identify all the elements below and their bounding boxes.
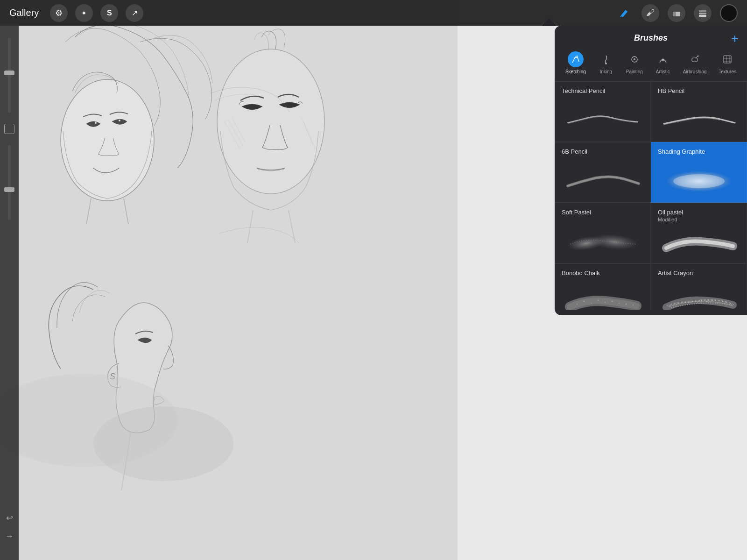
opacity-slider[interactable] [8,145,11,220]
redo-button[interactable]: → [5,532,14,541]
undo-button[interactable]: ↩ [5,513,14,523]
textures-tab-icon [719,51,735,67]
brushes-panel: Brushes + Sketching Inking [555,26,747,315]
brush-name-soft-pastel: Soft Pastel [562,209,644,216]
brush-sub-oil-pastel: Modified [658,217,740,222]
tab-artistic[interactable]: Artistic [651,50,675,76]
artistic-tab-icon [655,51,671,67]
svg-point-2 [95,122,97,124]
brush-name-hb-pencil: HB Pencil [658,87,740,94]
brush-tool-icon[interactable]: 🖌 [641,4,659,22]
brushes-header: Brushes + [555,26,747,48]
brush-name-bonobo-chalk: Bonobo Chalk [562,269,644,276]
gallery-button[interactable]: Gallery [9,7,39,18]
svg-rect-14 [673,12,676,16]
opacity-thumb[interactable] [4,187,14,192]
panel-pointer [543,18,556,26]
left-sidebar: ↩ → [0,26,19,560]
svg-point-21 [634,58,635,60]
eraser-tool-icon[interactable] [668,4,685,22]
pencil-tool-icon[interactable] [615,4,633,22]
svg-rect-16 [699,13,706,14]
add-brush-button[interactable]: + [731,31,739,46]
svg-point-25 [698,56,699,57]
brush-cell-technical-pencil[interactable]: Technical Pencil [555,81,651,142]
svg-point-1 [61,79,154,201]
transform-icon[interactable]: ↗ [126,4,143,22]
svg-point-43 [633,305,634,305]
brush-stroke-bonobo-chalk [562,281,644,310]
textures-tab-label: Textures [719,69,736,74]
airbrushing-tab-icon [687,51,703,67]
svg-rect-23 [692,58,698,62]
brush-grid: Technical Pencil HB Pencil 6B Pencil [555,81,747,310]
artistic-tab-label: Artistic [656,69,670,74]
color-swatch-box[interactable] [4,124,14,134]
svg-point-42 [626,303,627,305]
svg-point-38 [598,299,599,301]
svg-point-12 [93,406,233,481]
brush-name-technical-pencil: Technical Pencil [562,87,644,94]
sketch-illustration: S [0,0,458,560]
brush-cell-oil-pastel[interactable]: Oil pastel Modified [651,203,747,263]
svg-point-3 [119,120,120,121]
svg-point-32 [673,174,725,188]
category-tabs: Sketching Inking Painting [555,48,747,81]
svg-point-37 [591,303,592,304]
tab-inking[interactable]: Inking [594,50,618,76]
svg-rect-15 [699,10,706,12]
brush-name-shading-graphite: Shading Graphite [658,148,740,155]
brushes-panel-title: Brushes [634,33,668,43]
svg-point-19 [605,63,607,64]
svg-rect-26 [724,56,731,63]
sketching-tab-label: Sketching [565,69,586,74]
brush-name-6b-pencil: 6B Pencil [562,148,644,155]
adjust-icon[interactable]: ✦ [75,4,93,22]
svg-point-40 [612,300,613,302]
toolbar-right: 🖌 [615,4,738,22]
layers-icon[interactable] [694,4,712,22]
svg-point-36 [584,300,585,302]
brush-stroke-artist-crayon [658,281,740,310]
inking-tab-icon [598,51,614,67]
brush-stroke-shading-graphite [658,160,740,198]
svg-point-39 [605,302,606,303]
color-picker[interactable] [720,4,738,22]
brush-cell-6b-pencil[interactable]: 6B Pencil [555,142,651,203]
airbrushing-tab-label: Airbrushing [683,69,707,74]
brush-stroke-oil-pastel [658,226,740,258]
brush-stroke-soft-pastel [562,220,644,258]
brush-stroke-6b-pencil [562,160,644,198]
brush-name-oil-pastel: Oil pastel [658,209,740,216]
brush-cell-hb-pencil[interactable]: HB Pencil [651,81,747,142]
selection-icon[interactable]: S [100,4,118,22]
brush-name-artist-crayon: Artist Crayon [658,269,740,276]
sketching-tab-icon [568,51,584,67]
svg-point-18 [575,58,577,60]
toolbar-left: Gallery ⚙ ✦ S ↗ [9,4,143,22]
tab-textures[interactable]: Textures [715,50,740,76]
top-toolbar: Gallery ⚙ ✦ S ↗ 🖌 [0,0,747,26]
svg-point-4 [217,49,324,194]
svg-rect-17 [699,15,706,17]
brush-size-thumb[interactable] [4,71,14,75]
svg-point-41 [619,303,620,304]
tab-sketching[interactable]: Sketching [562,50,590,76]
inking-tab-label: Inking [599,69,612,74]
painting-tab-label: Painting [626,69,643,74]
brush-stroke-technical-pencil [562,99,644,137]
brush-stroke-hb-pencil [658,99,740,137]
wrench-icon[interactable]: ⚙ [50,4,68,22]
brush-cell-artist-crayon[interactable]: Artist Crayon [651,263,747,310]
svg-point-22 [662,59,664,61]
brush-cell-soft-pastel[interactable]: Soft Pastel [555,203,651,263]
painting-tab-icon [627,51,642,67]
svg-point-35 [577,304,578,305]
brush-size-slider[interactable] [8,38,11,113]
tab-painting[interactable]: Painting [622,50,647,76]
brush-cell-bonobo-chalk[interactable]: Bonobo Chalk [555,263,651,310]
tab-airbrushing[interactable]: Airbrushing [679,50,711,76]
brush-cell-shading-graphite[interactable]: Shading Graphite [651,142,747,203]
